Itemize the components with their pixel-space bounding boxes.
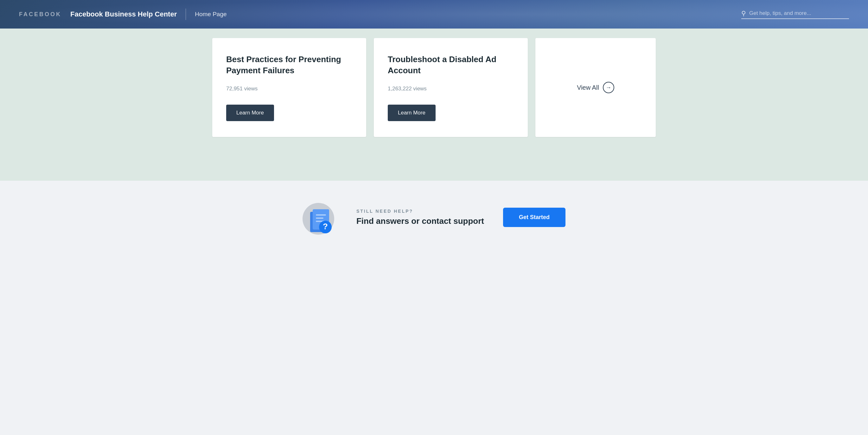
svg-rect-2 — [316, 214, 326, 215]
help-title: Find answers or contact support — [356, 216, 484, 226]
cards-row: Best Practices for Preventing Payment Fa… — [212, 38, 656, 137]
help-icon-container: ? — [303, 200, 337, 235]
header-divider — [186, 8, 186, 20]
view-all-label: View All — [577, 84, 599, 91]
search-input[interactable] — [749, 10, 838, 17]
learn-more-button-2[interactable]: Learn More — [388, 105, 436, 121]
help-section: ? STILL NEED HELP? Find answers or conta… — [0, 181, 868, 254]
learn-more-button-1[interactable]: Learn More — [226, 105, 274, 121]
site-header: FACEBOOK Facebook Business Help Center H… — [0, 0, 868, 29]
view-all-arrow-icon: → — [603, 82, 614, 93]
help-subtitle: STILL NEED HELP? — [356, 209, 484, 214]
cards-section: Best Practices for Preventing Payment Fa… — [0, 29, 868, 181]
card-payment-failures: Best Practices for Preventing Payment Fa… — [212, 38, 366, 137]
search-icon: ⚲ — [741, 9, 746, 17]
site-title: Facebook Business Help Center — [70, 10, 177, 19]
search-area: ⚲ — [741, 9, 849, 19]
card-2-title: Troubleshoot a Disabled Ad Account — [388, 54, 514, 76]
svg-rect-3 — [316, 218, 323, 219]
view-all-card: View All → — [535, 38, 656, 137]
view-all-link[interactable]: View All → — [577, 82, 614, 93]
card-1-views: 72,951 views — [226, 86, 352, 92]
card-2-views: 1,263,222 views — [388, 86, 514, 92]
home-page-link[interactable]: Home Page — [195, 11, 226, 18]
card-1-title: Best Practices for Preventing Payment Fa… — [226, 54, 352, 76]
facebook-logo: FACEBOOK — [19, 11, 61, 18]
svg-text:?: ? — [323, 222, 328, 231]
get-started-button[interactable]: Get Started — [503, 208, 565, 227]
card-disabled-ad-account: Troubleshoot a Disabled Ad Account 1,263… — [374, 38, 528, 137]
help-support-icon: ? — [309, 209, 334, 235]
help-text-block: STILL NEED HELP? Find answers or contact… — [356, 209, 484, 226]
